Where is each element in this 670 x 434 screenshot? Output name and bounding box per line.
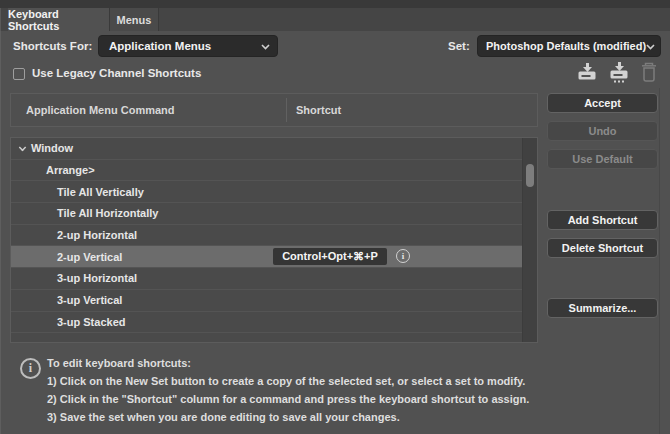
panel-divider — [659, 88, 660, 434]
keyboard-shortcuts-dialog: Keyboard Shortcuts Menus Shortcuts For: … — [0, 0, 670, 434]
table-row[interactable]: 2-up Horizontal — [11, 225, 522, 247]
table-row[interactable]: 2-up VerticalControl+Opt+⌘+Pi — [11, 246, 522, 268]
shortcut-input[interactable]: Control+Opt+⌘+P — [273, 248, 387, 265]
window-left-edge — [0, 8, 1, 434]
command-label: 3-up Vertical — [57, 294, 122, 306]
shortcuts-for-label: Shortcuts For: — [13, 40, 92, 52]
scrollbar-track[interactable] — [522, 138, 537, 342]
command-label: Tile All Vertically — [57, 186, 144, 198]
table-row[interactable]: 3-up Horizontal — [11, 268, 522, 290]
legacy-shortcuts-label: Use Legacy Channel Shortcuts — [32, 67, 201, 79]
disclosure-chevron-icon[interactable] — [19, 144, 26, 151]
delete-shortcut-button[interactable]: Delete Shortcut — [547, 238, 658, 258]
command-label: Arrange> — [46, 164, 95, 176]
table-row[interactable]: 3-up Vertical — [11, 290, 522, 312]
legacy-shortcuts-checkbox[interactable] — [13, 68, 25, 80]
command-label: 2-up Vertical — [57, 251, 122, 263]
undo-button: Undo — [547, 121, 658, 141]
set-label: Set: — [448, 40, 470, 52]
delete-set-icon — [640, 61, 658, 83]
chevron-down-icon — [261, 44, 270, 50]
set-value: Photoshop Defaults (modified) — [486, 40, 646, 52]
table-row[interactable]: Tile All Vertically — [11, 181, 522, 203]
instructions-line-1: 1) Click on the New Set button to create… — [47, 375, 525, 387]
shortcut-info-icon: i — [396, 249, 410, 263]
add-shortcut-button[interactable]: Add Shortcut — [547, 210, 658, 230]
column-header-shortcut[interactable]: Shortcut — [296, 94, 341, 126]
chevron-down-icon — [646, 44, 655, 50]
table-row[interactable]: Arrange> — [11, 160, 522, 182]
instructions-line-3: 3) Save the set when you are done editin… — [47, 411, 400, 423]
accept-button[interactable]: Accept — [547, 93, 658, 113]
save-set-icon[interactable] — [576, 61, 598, 83]
instructions-title: To edit keyboard shortcuts: — [47, 357, 191, 369]
column-divider — [286, 98, 287, 122]
instructions-line-2: 2) Click in the "Shortcut" column for a … — [47, 393, 529, 405]
info-icon: i — [20, 358, 41, 379]
column-header-command[interactable]: Application Menu Command — [26, 94, 175, 126]
scrollbar-thumb[interactable] — [526, 164, 534, 187]
table-row[interactable]: Window — [11, 138, 522, 160]
tab-bar: Keyboard Shortcuts Menus — [0, 8, 670, 31]
tab-keyboard-shortcuts[interactable]: Keyboard Shortcuts — [8, 8, 110, 31]
command-label: 3-up Stacked — [57, 316, 125, 328]
table-row[interactable]: 3-up Stacked — [11, 312, 522, 334]
command-label: Window — [31, 142, 73, 154]
new-set-icon[interactable] — [608, 61, 630, 83]
shortcuts-for-value: Application Menus — [109, 40, 211, 52]
summarize-button[interactable]: Summarize... — [547, 298, 658, 318]
command-label: 2-up Horizontal — [57, 229, 137, 241]
table-row[interactable]: Tile All Horizontally — [11, 203, 522, 225]
use-default-button: Use Default — [547, 149, 658, 169]
command-list: WindowArrange>Tile All VerticallyTile Al… — [10, 137, 538, 343]
set-dropdown[interactable]: Photoshop Defaults (modified) — [477, 35, 661, 57]
command-label: 3-up Horizontal — [57, 272, 137, 284]
shortcuts-for-dropdown[interactable]: Application Menus — [98, 35, 278, 57]
command-label: Tile All Horizontally — [57, 207, 158, 219]
tab-menus[interactable]: Menus — [110, 8, 159, 31]
table-header: Application Menu Command Shortcut — [10, 93, 538, 127]
